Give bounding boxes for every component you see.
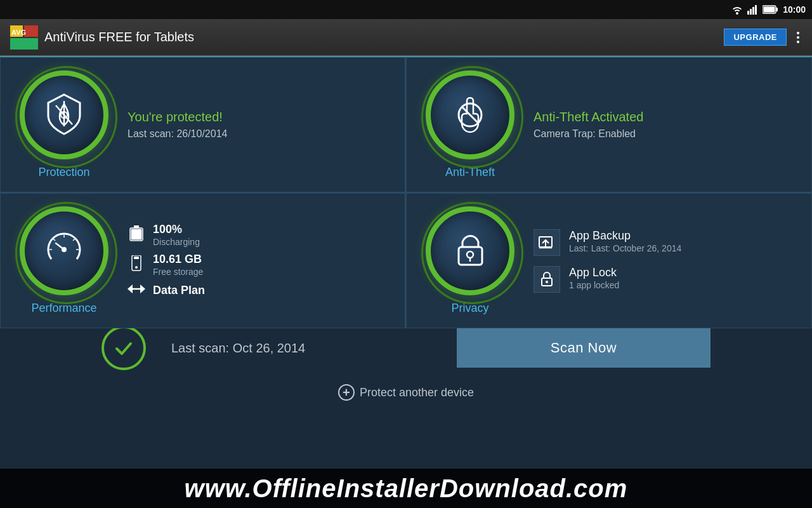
svg-point-17 — [62, 247, 67, 252]
privacy-tile[interactable]: Privacy — [406, 193, 812, 328]
svg-rect-8 — [24, 25, 38, 37]
svg-line-13 — [56, 105, 72, 124]
perf-storage-item: 10.61 GB Free storage — [128, 253, 392, 277]
upgrade-button[interactable]: UPGRADE — [724, 29, 787, 46]
shield-icon — [42, 91, 86, 138]
protection-tile[interactable]: Protection You're protected! Last scan: … — [0, 57, 406, 193]
performance-icon-container: Performance — [13, 206, 115, 315]
antitheft-info: Anti-Theft Activated Camera Trap: Enable… — [521, 110, 799, 140]
top-bar-actions: UPGRADE — [724, 29, 802, 46]
performance-circle — [20, 206, 108, 295]
svg-text:AVG: AVG — [11, 29, 26, 36]
svg-rect-24 — [134, 225, 139, 228]
protect-plus-icon: + — [338, 384, 355, 401]
scan-last-text: Last scan: Oct 26, 2014 — [171, 341, 431, 356]
perf-data-icon — [128, 283, 145, 298]
performance-tile[interactable]: Performance 100% — [0, 193, 406, 328]
status-time: 10:00 — [783, 4, 806, 15]
svg-line-22 — [73, 239, 75, 241]
privacy-lock-icon — [534, 266, 560, 293]
top-bar: AVG AntiVirus FREE for Tablets UPGRADE — [0, 19, 812, 56]
svg-rect-6 — [764, 7, 775, 13]
status-icons — [731, 4, 778, 15]
svg-point-31 — [467, 251, 473, 258]
svg-line-15 — [462, 107, 478, 123]
antitheft-circle — [426, 70, 514, 159]
performance-info: 100% Discharging — [115, 223, 392, 298]
menu-dot-3 — [797, 41, 799, 43]
protect-link-text: Protect another device — [360, 386, 474, 399]
svg-rect-9 — [10, 38, 38, 50]
svg-rect-30 — [459, 247, 482, 265]
svg-rect-0 — [747, 11, 749, 15]
privacy-circle — [426, 206, 514, 295]
perf-battery-text: 100% Discharging — [153, 223, 200, 248]
checkmark-icon — [112, 336, 136, 360]
privacy-info-list: App Backup Last: Last: October 26, 2014 — [534, 229, 799, 293]
scan-check-icon — [102, 326, 146, 370]
status-bar: 10:00 — [0, 0, 812, 19]
svg-rect-2 — [752, 7, 754, 15]
svg-rect-1 — [750, 9, 752, 15]
tiles-grid: Protection You're protected! Last scan: … — [0, 56, 812, 307]
svg-rect-3 — [755, 5, 757, 15]
menu-dot-1 — [797, 32, 799, 34]
signal-icon — [747, 4, 759, 15]
perf-storage-icon — [128, 255, 145, 275]
menu-button[interactable] — [794, 29, 802, 46]
antitheft-status-title: Anti-Theft Activated — [534, 110, 799, 124]
svg-point-37 — [546, 281, 548, 283]
antitheft-icon-container: Anti-Theft — [419, 70, 521, 179]
app-logo: AVG AntiVirus FREE for Tablets — [10, 25, 194, 50]
protection-info: You're protected! Last scan: 26/10/2014 — [115, 110, 392, 140]
protect-another-device-link[interactable]: + Protect another device — [338, 384, 474, 401]
svg-rect-25 — [131, 229, 142, 240]
protection-status-subtitle: Last scan: 26/10/2014 — [128, 128, 392, 140]
privacy-backup-item: App Backup Last: Last: October 26, 2014 — [534, 229, 799, 256]
watermark-bar: www.OfflineInstallerDownload.com — [0, 469, 812, 508]
menu-dot-2 — [797, 36, 799, 39]
perf-battery-item: 100% Discharging — [128, 223, 392, 248]
scan-now-button[interactable]: Scan Now — [457, 328, 710, 368]
perf-data-text: Data Plan — [153, 284, 205, 297]
app-title: AntiVirus FREE for Tablets — [44, 30, 194, 44]
antitheft-tile[interactable]: Anti-Theft Anti-Theft Activated Camera T… — [406, 57, 812, 193]
antitheft-status-subtitle: Camera Trap: Enabled — [534, 128, 799, 140]
svg-line-16 — [56, 243, 64, 250]
avg-logo-icon: AVG — [10, 25, 38, 50]
watermark-text: www.OfflineInstallerDownload.com — [185, 474, 628, 503]
perf-data-item: Data Plan — [128, 283, 392, 298]
battery-icon — [763, 5, 778, 14]
protection-icon-container: Protection — [13, 70, 115, 179]
perf-battery-icon — [128, 225, 145, 245]
privacy-icon-container: Privacy — [419, 206, 521, 315]
privacy-backup-icon — [534, 229, 560, 256]
protection-circle — [20, 70, 108, 159]
hand-icon — [448, 91, 492, 138]
svg-rect-27 — [134, 257, 139, 259]
svg-point-28 — [135, 266, 138, 269]
svg-rect-5 — [776, 8, 778, 11]
main-content: Protection You're protected! Last scan: … — [0, 56, 812, 508]
svg-point-14 — [459, 104, 481, 126]
privacy-info: App Backup Last: Last: October 26, 2014 — [521, 229, 799, 293]
privacy-backup-text: App Backup Last: Last: October 26, 2014 — [569, 229, 681, 254]
gauge-icon — [42, 227, 86, 274]
perf-info-list: 100% Discharging — [128, 223, 392, 298]
svg-line-21 — [53, 239, 55, 241]
perf-storage-text: 10.61 GB Free storage — [153, 253, 203, 277]
privacy-lock-text: App Lock 1 app locked — [569, 266, 619, 291]
protection-status-title: You're protected! — [128, 110, 392, 124]
scan-row: Last scan: Oct 26, 2014 Scan Now — [102, 326, 710, 370]
svg-point-12 — [61, 112, 67, 118]
wifi-icon — [731, 4, 743, 15]
privacy-lock-item: App Lock 1 app locked — [534, 266, 799, 293]
lock-icon — [450, 229, 491, 273]
